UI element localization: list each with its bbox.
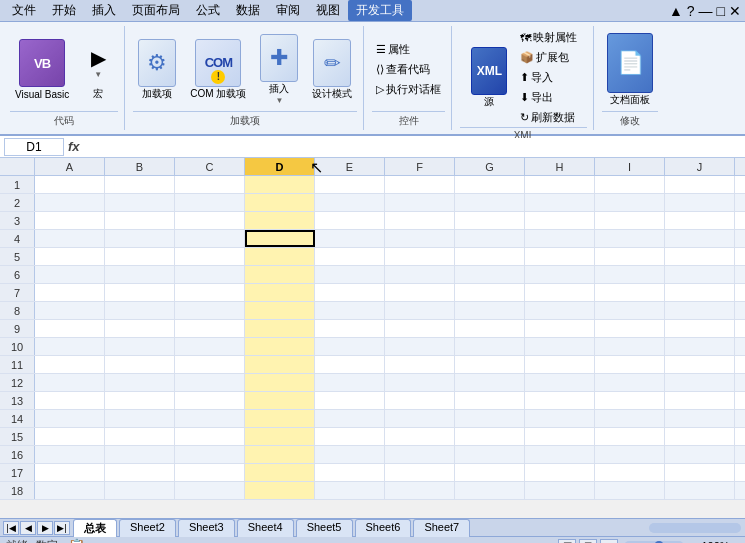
sheet-cell[interactable] xyxy=(245,428,315,445)
sheet-cell[interactable] xyxy=(665,176,735,193)
sheet-cell[interactable] xyxy=(315,338,385,355)
sheet-cell[interactable] xyxy=(595,428,665,445)
sheet-cell[interactable] xyxy=(385,266,455,283)
sheet-cell[interactable] xyxy=(315,194,385,211)
col-header-J[interactable]: J xyxy=(665,158,735,175)
sheet-cell[interactable] xyxy=(35,482,105,499)
sheet-cell[interactable] xyxy=(315,428,385,445)
sheet-cell[interactable] xyxy=(175,194,245,211)
sheet-cell[interactable] xyxy=(35,212,105,229)
sheet-cell[interactable] xyxy=(595,212,665,229)
col-header-C[interactable]: C xyxy=(175,158,245,175)
sheet-cell[interactable] xyxy=(35,176,105,193)
sheet-cell[interactable] xyxy=(455,194,525,211)
design-mode-button[interactable]: ✏ 设计模式 xyxy=(307,36,357,104)
sheet-cell[interactable] xyxy=(455,266,525,283)
sheet-cell[interactable] xyxy=(175,176,245,193)
sheet-cell[interactable] xyxy=(455,248,525,265)
sheet-cell[interactable] xyxy=(385,392,455,409)
sheet-cell[interactable] xyxy=(525,410,595,427)
sheet-cell[interactable] xyxy=(35,446,105,463)
sheet-cell[interactable] xyxy=(665,356,735,373)
sheet-cell[interactable] xyxy=(595,284,665,301)
sheet-cell[interactable] xyxy=(105,338,175,355)
sheet-cell[interactable] xyxy=(35,284,105,301)
sheet-cell[interactable] xyxy=(525,338,595,355)
sheet-cell[interactable] xyxy=(595,266,665,283)
sheet-cell[interactable] xyxy=(455,320,525,337)
addins-button[interactable]: ⚙ 加载项 xyxy=(133,36,181,104)
sheet-cell[interactable] xyxy=(245,284,315,301)
sheet-cell[interactable] xyxy=(315,374,385,391)
sheet-cell[interactable] xyxy=(455,410,525,427)
sheet-cell[interactable] xyxy=(665,212,735,229)
sheet-cell[interactable] xyxy=(175,464,245,481)
sheet-cell[interactable] xyxy=(245,482,315,499)
menu-home[interactable]: 开始 xyxy=(44,0,84,21)
sheet-cell[interactable] xyxy=(595,338,665,355)
sheet-cell[interactable] xyxy=(595,464,665,481)
sheet-cell[interactable] xyxy=(315,230,385,247)
sheet-cell[interactable] xyxy=(665,320,735,337)
sheet-cell[interactable] xyxy=(525,194,595,211)
tab-next-button[interactable]: ▶ xyxy=(37,521,53,535)
sheet-cell[interactable] xyxy=(385,356,455,373)
sheet-cell[interactable] xyxy=(175,410,245,427)
tab-last-button[interactable]: ▶| xyxy=(54,521,70,535)
sheet-cell[interactable] xyxy=(385,176,455,193)
sheet-cell[interactable] xyxy=(175,338,245,355)
import-button[interactable]: ⬆ 导入 xyxy=(516,68,581,87)
sheet-cell[interactable] xyxy=(455,356,525,373)
sheet-cell[interactable] xyxy=(105,194,175,211)
sheet-cell[interactable] xyxy=(525,320,595,337)
doc-panel-button[interactable]: 📄 文档面板 xyxy=(602,30,658,110)
sheet-cell[interactable] xyxy=(385,446,455,463)
sheet-cell[interactable] xyxy=(105,464,175,481)
sheet-cell[interactable] xyxy=(385,248,455,265)
sheet-cell[interactable] xyxy=(315,482,385,499)
sheet-cell[interactable] xyxy=(385,482,455,499)
sheet-cell[interactable] xyxy=(455,464,525,481)
sheet-cell[interactable] xyxy=(665,410,735,427)
sheet-cell[interactable] xyxy=(245,212,315,229)
sheet-tab[interactable]: Sheet6 xyxy=(355,519,412,537)
sheet-cell[interactable] xyxy=(35,428,105,445)
sheet-cell[interactable] xyxy=(35,230,105,247)
sheet-cell[interactable] xyxy=(315,284,385,301)
sheet-cell[interactable] xyxy=(315,212,385,229)
sheet-cell[interactable] xyxy=(175,320,245,337)
menu-file[interactable]: 文件 xyxy=(4,0,44,21)
col-header-I[interactable]: I xyxy=(595,158,665,175)
sheet-cell[interactable] xyxy=(665,428,735,445)
sheet-cell[interactable] xyxy=(35,392,105,409)
sheet-cell[interactable] xyxy=(665,266,735,283)
sheet-cell[interactable] xyxy=(665,248,735,265)
sheet-cell[interactable] xyxy=(455,230,525,247)
sheet-cell[interactable] xyxy=(455,302,525,319)
sheet-cell[interactable] xyxy=(665,230,735,247)
sheet-cell[interactable] xyxy=(245,176,315,193)
sheet-cell[interactable] xyxy=(175,248,245,265)
menu-layout[interactable]: 页面布局 xyxy=(124,0,188,21)
sheet-cell[interactable] xyxy=(175,230,245,247)
sheet-cell[interactable] xyxy=(245,266,315,283)
sheet-cell[interactable] xyxy=(665,194,735,211)
sheet-cell[interactable] xyxy=(315,392,385,409)
page-layout-button[interactable]: ⊞ xyxy=(579,539,597,544)
menu-insert[interactable]: 插入 xyxy=(84,0,124,21)
sheet-cell[interactable] xyxy=(175,482,245,499)
sheet-cell[interactable] xyxy=(455,428,525,445)
sheet-cell[interactable] xyxy=(35,302,105,319)
sheet-cell[interactable] xyxy=(35,374,105,391)
col-header-B[interactable]: B xyxy=(105,158,175,175)
sheet-tab[interactable]: Sheet2 xyxy=(119,519,176,537)
sheet-cell[interactable] xyxy=(525,302,595,319)
sheet-cell[interactable] xyxy=(385,464,455,481)
com-button[interactable]: COM ! COM 加载项 xyxy=(185,36,251,104)
sheet-cell[interactable] xyxy=(105,248,175,265)
sheet-cell[interactable] xyxy=(315,248,385,265)
sheet-cell[interactable] xyxy=(525,446,595,463)
sheet-cell[interactable] xyxy=(245,356,315,373)
sheet-cell[interactable] xyxy=(175,392,245,409)
sheet-cell[interactable] xyxy=(665,374,735,391)
